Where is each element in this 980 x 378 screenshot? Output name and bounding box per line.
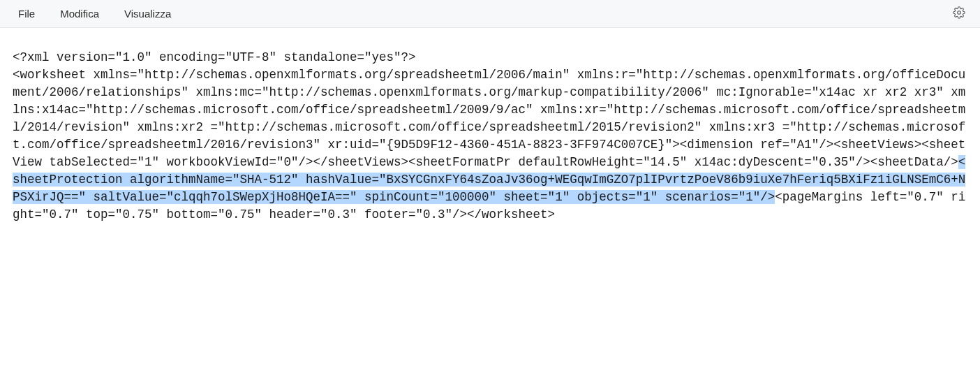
menubar: File Modifica Visualizza <box>0 0 980 28</box>
gear-icon <box>953 6 965 22</box>
menu-edit[interactable]: Modifica <box>47 3 112 24</box>
xml-text-before-selection: <?xml version="1.0" encoding="UTF-8" sta… <box>13 50 965 169</box>
menu-view[interactable]: Visualizza <box>112 3 184 24</box>
svg-point-0 <box>958 10 961 14</box>
menu-file[interactable]: File <box>6 3 47 24</box>
settings-button[interactable] <box>948 3 970 25</box>
text-editor-content[interactable]: <?xml version="1.0" encoding="UTF-8" sta… <box>0 28 980 236</box>
